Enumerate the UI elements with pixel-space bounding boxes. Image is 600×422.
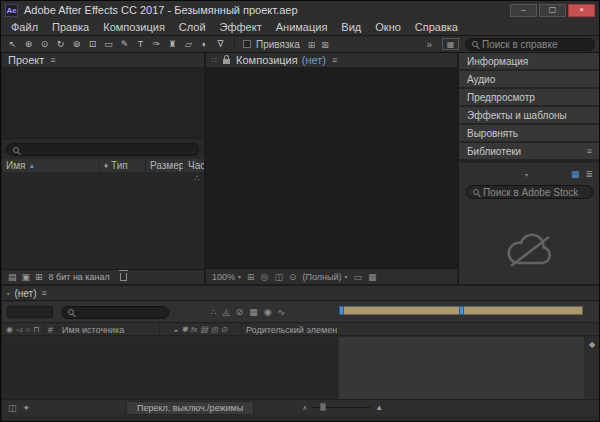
panel-menu-icon[interactable]: ≡ <box>332 55 337 65</box>
project-flowchart-icon[interactable]: ∴ <box>194 173 200 183</box>
fx-switch-icon[interactable]: fx <box>191 325 197 334</box>
grid-view-icon[interactable]: ▦ <box>571 169 580 179</box>
lock-icon[interactable] <box>223 59 230 64</box>
column-size[interactable]: Размер <box>146 159 184 172</box>
stock-search-input[interactable] <box>483 187 586 198</box>
menu-item[interactable]: Вид <box>334 21 368 33</box>
tab-project[interactable]: Проект <box>8 54 44 66</box>
eraser-tool[interactable]: ▱ <box>181 38 196 51</box>
list-view-icon[interactable]: ≣ <box>585 169 593 179</box>
help-search[interactable] <box>465 38 595 51</box>
clone-stamp-tool[interactable]: ♜ <box>165 38 180 51</box>
draft-3d-icon[interactable]: ◬ <box>223 307 230 317</box>
zoom-out-icon[interactable]: ∧ <box>302 404 307 412</box>
puppet-pin-tool[interactable]: ∇ <box>213 38 228 51</box>
solo-icon[interactable]: ○ <box>25 325 30 334</box>
new-folder-icon[interactable]: ▣ <box>22 272 31 282</box>
bit-depth-button[interactable]: 8 бит на канал <box>49 272 110 282</box>
pan-behind-tool[interactable]: ⊡ <box>85 38 100 51</box>
panel-gripper[interactable]: ∷ <box>212 56 217 65</box>
sidebar-panel-header[interactable]: Выровнять <box>459 125 600 141</box>
motion-blur-icon[interactable]: ◉ <box>264 307 272 317</box>
snap-checkbox[interactable] <box>243 40 251 48</box>
tab-timeline[interactable]: (нет) <box>14 288 36 299</box>
panel-menu-icon[interactable]: ≡ <box>587 146 592 156</box>
library-select[interactable]: ▾ <box>466 168 530 180</box>
project-search-input[interactable] <box>23 144 192 155</box>
tab-composition[interactable]: Композиция (нет) <box>236 54 326 66</box>
column-source-name[interactable]: Имя источника <box>58 324 160 335</box>
column-number[interactable]: # <box>44 324 58 335</box>
comp-marker-icon[interactable]: ◆ <box>589 340 595 399</box>
shy-switch-icon[interactable]: ◒ <box>173 325 178 334</box>
menu-item[interactable]: Эффект <box>213 21 269 33</box>
channels-icon[interactable]: ⊙ <box>289 272 297 282</box>
transparency-grid-icon[interactable]: ▦ <box>368 272 377 282</box>
menu-item[interactable]: Окно <box>368 21 408 33</box>
selection-tool[interactable]: ↖ <box>5 38 20 51</box>
work-area-start-handle[interactable] <box>339 306 344 315</box>
pen-tool[interactable]: ✎ <box>117 38 132 51</box>
maximize-button[interactable]: ▢ <box>539 4 566 17</box>
workspace-icon[interactable]: ▦ <box>442 38 459 50</box>
menu-item[interactable]: Файл <box>4 21 45 33</box>
menu-item[interactable]: Композиция <box>96 21 172 33</box>
track-area[interactable] <box>339 337 584 399</box>
snap-options-icon[interactable]: ⊠ <box>318 40 332 50</box>
column-parent[interactable]: Родительский элемент <box>242 324 338 335</box>
menu-item[interactable]: Справка <box>408 21 465 33</box>
timeline-scrollbar[interactable]: ◆ <box>584 337 600 399</box>
mask-visibility-icon[interactable]: ◎ <box>261 272 269 282</box>
transfer-controls-icon[interactable]: ◫ <box>8 403 17 413</box>
quality-switch-icon[interactable]: ▤ <box>200 325 208 334</box>
zoom-slider-track[interactable] <box>312 407 370 408</box>
effect-switch-icon[interactable]: ◎ <box>211 325 218 334</box>
collapse-switch-icon[interactable]: ✱ <box>181 325 188 334</box>
hand-tool[interactable]: ⊛ <box>21 38 36 51</box>
zoom-in-icon[interactable]: ▲ <box>375 403 383 412</box>
timeline-search-input[interactable] <box>78 307 162 318</box>
inout-controls-icon[interactable]: ✦ <box>23 403 31 413</box>
menu-item[interactable]: Анимация <box>269 21 335 33</box>
menu-item[interactable]: Слой <box>172 21 213 33</box>
magnification-select[interactable]: 100% ▾ <box>212 272 241 282</box>
shape-tool[interactable]: ▭ <box>101 38 116 51</box>
audio-icon[interactable]: ◅ <box>16 325 22 334</box>
project-item-list[interactable]: ∴ <box>2 172 204 269</box>
interpret-footage-icon[interactable]: ▤ <box>8 272 17 282</box>
stock-search[interactable] <box>466 185 593 199</box>
work-area-end-handle[interactable] <box>459 306 464 315</box>
snapshot-icon[interactable]: ◫ <box>274 272 283 282</box>
minimize-button[interactable]: – <box>510 4 537 17</box>
graph-editor-icon[interactable]: ∿ <box>278 307 286 317</box>
sidebar-panel-header[interactable]: Информация <box>459 53 600 69</box>
column-type[interactable]: ♦ Тип <box>100 159 146 172</box>
rotation-tool[interactable]: ↻ <box>53 38 68 51</box>
time-ruler[interactable] <box>339 306 583 315</box>
panel-menu-icon[interactable]: ≡ <box>41 288 46 298</box>
resolution-select[interactable]: (Полный) ▾ <box>303 272 348 282</box>
menu-item[interactable]: Правка <box>45 21 96 33</box>
column-framerate[interactable]: Частота... <box>184 159 204 172</box>
zoom-slider-handle[interactable] <box>320 403 326 411</box>
layer-list-area[interactable] <box>2 337 338 399</box>
motion-blur-switch-icon[interactable]: ⊙ <box>221 325 228 334</box>
titlebar[interactable]: Ae Adobe After Effects CC 2017 - Безымян… <box>1 1 599 19</box>
panel-menu-icon[interactable]: ≡ <box>50 55 55 65</box>
trash-icon[interactable] <box>120 273 127 281</box>
eye-icon[interactable]: ◉ <box>6 325 13 334</box>
current-time-display[interactable] <box>7 306 53 318</box>
sidebar-panel-header[interactable]: Предпросмотр <box>459 89 600 105</box>
help-search-input[interactable] <box>482 39 588 50</box>
type-tool[interactable]: T <box>133 38 148 51</box>
sidebar-panel-header[interactable]: Аудио <box>459 71 600 87</box>
project-search[interactable] <box>6 143 199 156</box>
snap-to-features-icon[interactable]: ⊞ <box>305 40 319 50</box>
hide-shy-icon[interactable]: ⊘ <box>236 307 244 317</box>
zoom-tool[interactable]: ⊙ <box>37 38 52 51</box>
brush-tool[interactable]: ✑ <box>149 38 164 51</box>
close-button[interactable]: × <box>568 4 595 17</box>
grid-guides-icon[interactable]: ⊞ <box>247 272 255 282</box>
region-of-interest-icon[interactable]: ▭ <box>354 272 363 282</box>
toolbar-overflow-button[interactable]: » <box>422 39 436 50</box>
